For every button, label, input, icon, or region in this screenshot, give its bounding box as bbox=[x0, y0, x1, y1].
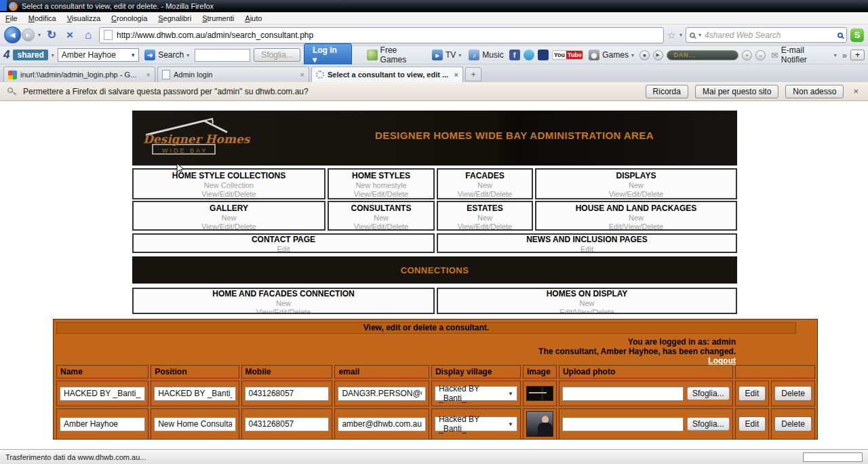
search-engine-icon[interactable] bbox=[690, 33, 695, 38]
reload-button[interactable]: ↻ bbox=[44, 28, 59, 42]
media-stop-button[interactable]: ■ bbox=[639, 50, 650, 60]
toolbar-search-combo[interactable]: Amber Hayhoe ▼ bbox=[58, 48, 139, 62]
menu-link-new[interactable]: New bbox=[329, 214, 433, 223]
menu-strumenti[interactable]: Strumenti bbox=[197, 14, 239, 22]
url-text[interactable]: http://www.dhwb.com.au/admin/search_cons… bbox=[117, 31, 313, 40]
forward-button[interactable]: ► bbox=[22, 28, 35, 41]
menu-link-view-edit-delete[interactable]: View/Edit/Delete bbox=[329, 190, 433, 199]
facebook-icon[interactable]: f bbox=[509, 50, 520, 60]
toolbar-add-button[interactable]: + bbox=[850, 50, 865, 60]
menu-segnalibri[interactable]: Segnalibri bbox=[153, 14, 197, 22]
menu-link-new[interactable]: New Collection bbox=[134, 181, 324, 190]
menu-link-new[interactable]: New bbox=[134, 299, 433, 308]
tab-admin-login[interactable]: Admin login × bbox=[157, 66, 309, 82]
display-village-select[interactable]: Hacked BY _Banti_ ▼ bbox=[435, 386, 517, 401]
tab-close-icon[interactable]: × bbox=[454, 71, 458, 79]
menu-link-new[interactable]: New bbox=[134, 214, 324, 223]
search-options-dropdown-icon[interactable]: ▾ bbox=[186, 52, 189, 58]
volume-down-button[interactable]: – bbox=[755, 50, 766, 60]
menu-link-view-edit-delete[interactable]: View/Edit/Delete bbox=[329, 223, 433, 231]
menu-link-new[interactable]: New bbox=[438, 299, 736, 308]
email-notifier-dropdown-icon[interactable]: ▾ bbox=[834, 52, 837, 58]
free-games-button[interactable]: Free Games bbox=[365, 45, 427, 65]
login-button[interactable]: Log In ▾ bbox=[304, 43, 352, 66]
name-field[interactable] bbox=[60, 387, 145, 401]
position-field[interactable] bbox=[154, 417, 235, 431]
menu-visualizza[interactable]: Visualizza bbox=[62, 14, 106, 22]
myspace-icon[interactable] bbox=[538, 50, 549, 60]
tv-button[interactable]: ▸ TV ▾ bbox=[430, 49, 463, 61]
toolbar-search-button[interactable]: ➜ Search ▾ bbox=[142, 49, 191, 61]
menu-link-view-edit-delete[interactable]: View/Edit/Delete bbox=[536, 190, 736, 199]
mobile-field[interactable] bbox=[245, 417, 330, 431]
twitter-icon[interactable] bbox=[524, 50, 534, 60]
chevron-down-icon[interactable]: ▼ bbox=[505, 391, 517, 397]
name-field[interactable] bbox=[60, 417, 145, 431]
bookmark-star-icon[interactable]: ☆ bbox=[667, 29, 676, 41]
combo-dropdown-icon[interactable]: ▼ bbox=[127, 52, 138, 58]
delete-button[interactable]: Delete bbox=[774, 386, 812, 401]
menu-file[interactable]: File bbox=[0, 14, 23, 22]
tab-google-search[interactable]: inurl:\\admin/admin_login.php - G... × bbox=[3, 66, 155, 82]
not-now-button[interactable]: Non adesso bbox=[785, 85, 844, 98]
upload-photo-field[interactable] bbox=[562, 417, 684, 431]
menu-link-view-edit-delete[interactable]: View/Edit/Delete bbox=[134, 308, 433, 314]
search-go-icon[interactable] bbox=[837, 33, 843, 38]
skype-icon[interactable]: S bbox=[850, 28, 864, 42]
games-dropdown-icon[interactable]: ▾ bbox=[631, 52, 634, 58]
tv-dropdown-icon[interactable]: ▾ bbox=[458, 52, 461, 58]
menu-cronologia[interactable]: Cronologia bbox=[106, 14, 153, 22]
stop-button[interactable]: × bbox=[62, 28, 77, 42]
tab-close-icon[interactable]: × bbox=[146, 71, 151, 79]
toolbar-browse-button[interactable]: Sfoglia... bbox=[254, 48, 300, 62]
back-button[interactable]: ◄ bbox=[4, 26, 21, 43]
youtube-icon[interactable]: You Tube bbox=[552, 50, 584, 60]
volume-up-button[interactable]: + bbox=[742, 50, 752, 60]
remember-password-button[interactable]: Ricorda bbox=[646, 85, 688, 98]
menu-link-edit-view-delete[interactable]: Edit/View/Delete bbox=[536, 223, 736, 231]
tab-label[interactable]: inurl:\\admin/admin_login.php - G... bbox=[20, 71, 143, 79]
email-notifier-button[interactable]: ✉ E-mail Notifier ▾ bbox=[769, 45, 839, 65]
tab-close-icon[interactable]: × bbox=[300, 71, 304, 79]
tab-label[interactable]: Select a consultant to view, edit ... bbox=[328, 71, 451, 79]
menu-link-new[interactable]: New bbox=[536, 181, 736, 190]
menu-link-view-edit-delete[interactable]: View/Edit/Delete bbox=[438, 190, 532, 199]
new-tab-button[interactable]: + bbox=[465, 67, 481, 81]
search-engine-dropdown-icon[interactable]: ▾ bbox=[698, 32, 701, 38]
edit-button[interactable]: Edit bbox=[738, 386, 766, 401]
toolbar-upload-input[interactable] bbox=[195, 49, 250, 62]
music-button[interactable]: ♪ Music bbox=[467, 49, 505, 61]
menu-link-new[interactable]: New bbox=[438, 181, 532, 190]
upload-photo-field[interactable] bbox=[562, 387, 684, 401]
4shared-dropdown-icon[interactable]: ▾ bbox=[52, 52, 54, 58]
media-play-button[interactable]: ▶ bbox=[653, 50, 663, 60]
email-field[interactable] bbox=[338, 417, 426, 431]
edit-button[interactable]: Edit bbox=[738, 417, 766, 431]
browse-photo-button[interactable]: Sfoglia... bbox=[687, 387, 730, 400]
search-placeholder[interactable]: 4shared Web Search bbox=[705, 31, 834, 40]
menu-link-new[interactable]: New bbox=[536, 214, 736, 223]
email-field[interactable] bbox=[338, 387, 426, 401]
chevron-down-icon[interactable]: ▼ bbox=[505, 421, 517, 427]
menu-link-edit-view-delete[interactable]: Edit/View/Delete bbox=[438, 308, 736, 314]
delete-button[interactable]: Delete bbox=[774, 417, 812, 431]
menu-link-new[interactable]: New bbox=[438, 214, 532, 223]
tab-label[interactable]: Admin login bbox=[174, 71, 297, 79]
bookmark-dropdown-icon[interactable]: ▾ bbox=[679, 32, 682, 38]
menu-link-edit[interactable]: Edit bbox=[134, 245, 433, 253]
menu-link-view-edit-delete[interactable]: View/Edit/Delete bbox=[134, 190, 324, 199]
url-bar[interactable]: http://www.dhwb.com.au/admin/search_cons… bbox=[99, 27, 664, 43]
games-button[interactable]: ◉ Games ▾ bbox=[587, 49, 636, 61]
web-search-box[interactable]: ▾ 4shared Web Search bbox=[686, 27, 847, 43]
toolbar-search-value[interactable]: Amber Hayhoe bbox=[62, 50, 116, 60]
mobile-field[interactable] bbox=[245, 387, 330, 401]
display-village-select[interactable]: Hacked BY _Banti_ ▼ bbox=[435, 417, 517, 431]
history-dropdown-icon[interactable]: ▾ bbox=[38, 32, 41, 38]
home-button[interactable]: ⌂ bbox=[81, 28, 96, 42]
menu-link-edit[interactable]: Edit bbox=[438, 245, 736, 253]
menu-aiuto[interactable]: Aiuto bbox=[239, 14, 267, 22]
notification-close-icon[interactable]: × bbox=[850, 86, 861, 96]
menu-link-new[interactable]: New homestyle bbox=[329, 181, 433, 190]
browse-photo-button[interactable]: Sfoglia... bbox=[687, 417, 730, 431]
toolbar-overflow-chevron[interactable]: » bbox=[842, 50, 847, 60]
